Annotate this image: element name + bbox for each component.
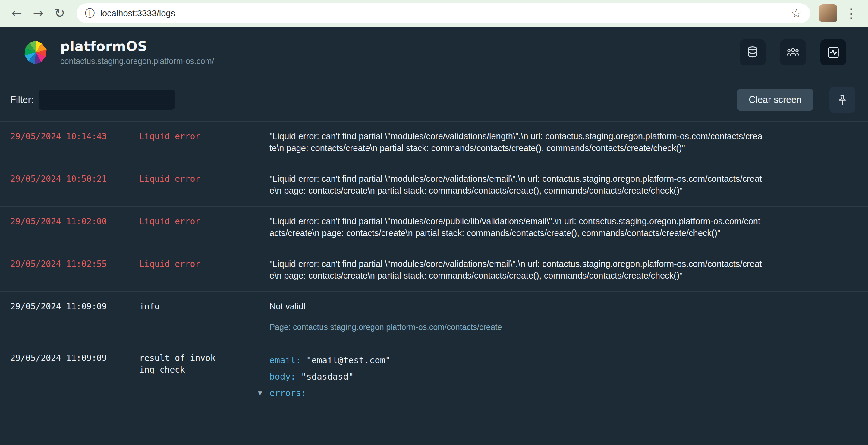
log-type: Liquid error — [139, 173, 270, 185]
forward-icon[interactable]: → — [33, 7, 43, 20]
kv-value: "email@test.com" — [306, 355, 390, 365]
log-message: "Liquid error: can't find partial \"modu… — [270, 258, 868, 281]
browser-menu-icon[interactable]: ⋮ — [844, 6, 860, 21]
pin-button[interactable] — [830, 87, 855, 113]
log-row: 29/05/2024 11:02:55 Liquid error "Liquid… — [0, 249, 868, 292]
log-list: 29/05/2024 10:14:43 Liquid error "Liquid… — [0, 121, 868, 411]
reload-icon[interactable]: ↻ — [54, 7, 65, 20]
kv-value: "sdasdasd" — [301, 372, 354, 382]
brand-text: platformOS contactus.staging.oregon.plat… — [60, 38, 214, 66]
log-timestamp: 29/05/2024 11:02:00 — [0, 215, 139, 227]
log-message: Not valid! — [270, 301, 764, 313]
log-type: info — [139, 301, 270, 313]
log-message-group: email: "email@test.com" body: "sdasdasd"… — [270, 352, 868, 401]
log-message: "Liquid error: can't find partial \"modu… — [270, 215, 868, 239]
activity-monitor-icon — [827, 46, 840, 59]
caret-down-icon: ▾ — [258, 385, 262, 401]
kv-key: errors: — [270, 388, 306, 398]
users-icon — [786, 46, 800, 59]
log-row: 29/05/2024 10:50:21 Liquid error "Liquid… — [0, 164, 868, 207]
header-actions — [740, 39, 846, 65]
log-row: 29/05/2024 11:09:09 info Not valid! Page… — [0, 292, 868, 343]
filter-label: Filter: — [10, 94, 34, 105]
site-info-icon[interactable]: ⓘ — [85, 7, 95, 20]
users-button[interactable] — [780, 39, 806, 65]
kv-key: body: — [270, 372, 296, 382]
database-icon — [746, 46, 760, 59]
url-text[interactable]: localhost:3333/logs — [100, 8, 791, 19]
logs-activity-button[interactable] — [820, 39, 846, 65]
log-row: 29/05/2024 11:02:00 Liquid error "Liquid… — [0, 207, 868, 249]
log-message: "Liquid error: can't find partial \"modu… — [270, 130, 868, 154]
bookmark-star-icon[interactable]: ☆ — [791, 6, 802, 20]
log-timestamp: 29/05/2024 11:09:09 — [0, 352, 139, 364]
browser-chrome: ← → ↻ ⓘ localhost:3333/logs ☆ ⋮ — [0, 0, 868, 27]
profile-avatar[interactable] — [819, 4, 837, 22]
pin-icon — [836, 93, 849, 107]
url-bar[interactable]: ⓘ localhost:3333/logs ☆ — [76, 3, 810, 23]
platformos-brand[interactable]: platformOS contactus.staging.oregon.plat… — [22, 38, 214, 66]
kv-line: body: "sdasdasd" — [270, 368, 764, 385]
filter-bar: Filter: Clear screen — [0, 79, 868, 121]
app-header: platformOS contactus.staging.oregon.plat… — [0, 27, 868, 79]
kv-line: email: "email@test.com" — [270, 352, 764, 368]
instance-url: contactus.staging.oregon.platform-os.com… — [60, 57, 214, 66]
log-row: 29/05/2024 10:14:43 Liquid error "Liquid… — [0, 121, 868, 164]
filter-input[interactable] — [38, 90, 175, 110]
kv-key: email: — [270, 355, 301, 365]
back-icon[interactable]: ← — [11, 7, 22, 20]
log-type: Liquid error — [139, 130, 270, 142]
log-page-link[interactable]: Page: contactus.staging.oregon.platform-… — [270, 321, 502, 333]
log-timestamp: 29/05/2024 11:02:55 — [0, 258, 139, 270]
app-title: platformOS — [60, 38, 214, 54]
log-message-group: Not valid! Page: contactus.staging.orego… — [270, 301, 868, 333]
log-row: 29/05/2024 11:09:09 result of invoking c… — [0, 343, 868, 411]
database-button[interactable] — [740, 39, 766, 65]
log-timestamp: 29/05/2024 11:09:09 — [0, 301, 139, 313]
browser-nav: ← → ↻ — [8, 7, 69, 20]
log-type: result of invoking check — [139, 352, 270, 376]
log-timestamp: 29/05/2024 10:50:21 — [0, 173, 139, 185]
platformos-logo-icon — [22, 39, 50, 65]
log-type: Liquid error — [139, 215, 270, 227]
log-message: "Liquid error: can't find partial \"modu… — [270, 173, 868, 197]
errors-expander[interactable]: ▾errors: — [270, 385, 764, 401]
log-type: Liquid error — [139, 258, 270, 270]
log-timestamp: 29/05/2024 10:14:43 — [0, 130, 139, 142]
clear-screen-button[interactable]: Clear screen — [737, 89, 813, 111]
